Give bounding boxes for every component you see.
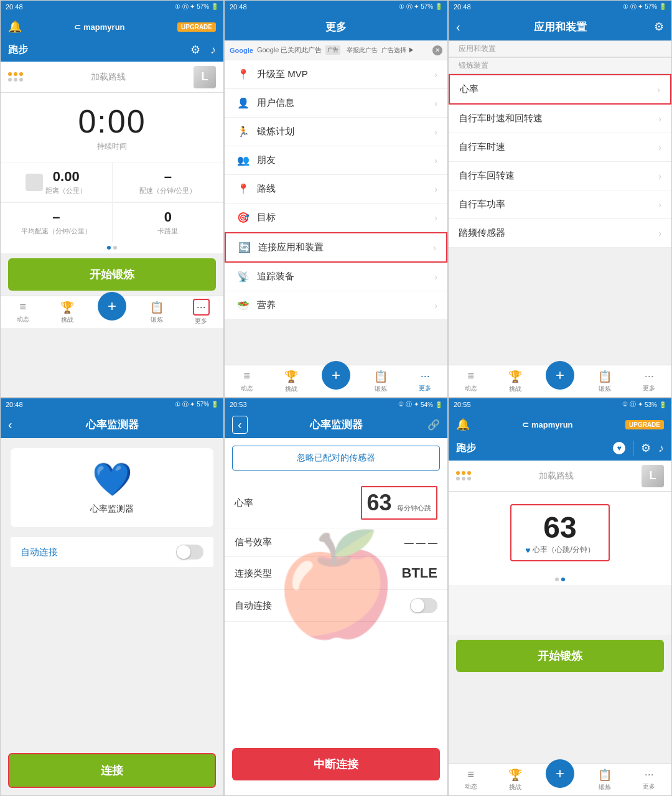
auto-connect-toggle-1[interactable] [176, 545, 203, 560]
back-button-3[interactable]: ‹ [456, 20, 460, 34]
menu-training[interactable]: 🏃 锻炼计划 › [225, 118, 447, 146]
heart-rate-label: 心率 [460, 83, 657, 95]
back-button-4[interactable]: ‹ [8, 418, 12, 432]
nav-workout-6[interactable]: 📋 锻炼 [582, 768, 627, 792]
heart-rate-nav-icon[interactable]: ♥ [613, 442, 625, 454]
route-dots [8, 72, 23, 82]
menu-user-info[interactable]: 👤 用户信息 › [225, 89, 447, 118]
add-icon-circle-6[interactable]: + [546, 759, 574, 788]
setting-bike-cadence[interactable]: 自行车回转速 › [449, 162, 671, 190]
hr-device-card: 💙 心率监测器 [11, 448, 213, 527]
ad-select[interactable]: 广告选择 ▶ [381, 46, 414, 55]
calories-value: 0 [118, 209, 219, 225]
p6-subheader: 跑步 ♥ ⚙ ♪ [449, 438, 671, 461]
route-label: 加载路线 [91, 72, 126, 83]
nav-challenge-1[interactable]: 🏆 挑战 [45, 301, 90, 324]
gear-icon-6[interactable]: ⚙ [641, 441, 651, 455]
ad-report[interactable]: 举报此广告 [347, 46, 378, 55]
setting-bike-power[interactable]: 自行车功率 › [449, 190, 671, 219]
nav-feed-3[interactable]: ≡ 动态 [449, 370, 493, 393]
menu-friends[interactable]: 👥 朋友 › [225, 146, 447, 175]
feed-label-6: 动态 [465, 782, 477, 791]
gear-icon[interactable]: ⚙ [190, 43, 200, 57]
hr-monitor-title-2: 心率监测器 [310, 418, 363, 432]
ad-text: Google 已关闭此广告 [257, 45, 322, 55]
disconnect-button[interactable]: 中断连接 [232, 748, 440, 780]
nav-workout-1[interactable]: 📋 锻炼 [134, 301, 179, 324]
google-logo: Google [230, 47, 253, 54]
start-workout-button-6[interactable]: 开始锻炼 [456, 640, 664, 672]
nav-add-2[interactable]: + [314, 373, 358, 390]
menu-goals[interactable]: 🎯 目标 › [225, 204, 447, 232]
run-tab-label-6[interactable]: 跑步 [456, 442, 476, 455]
goals-icon: 🎯 [235, 212, 252, 223]
signal-value: — — — [404, 537, 437, 548]
add-icon-circle[interactable]: + [98, 292, 126, 321]
menu-friends-text: 朋友 [257, 154, 434, 166]
trophy-icon: 🏆 [60, 301, 74, 314]
nav-workout-3[interactable]: 📋 锻炼 [582, 370, 627, 393]
hr-display-section: 63 ♥ 心率（心跳/分钟） [449, 492, 671, 574]
nav-challenge-6[interactable]: 🏆 挑战 [493, 768, 538, 792]
dot-1 [107, 246, 111, 250]
gear-icon-3[interactable]: ⚙ [654, 20, 664, 34]
header-right: ⚙ [654, 20, 664, 34]
menu-tracking[interactable]: 📡 追踪装备 › [225, 263, 447, 291]
menu-upgrade[interactable]: 📍 升级至 MVP › [225, 60, 447, 89]
nav-add-1[interactable]: + [90, 304, 134, 321]
bell-icon-6[interactable]: 🔔 [456, 418, 470, 431]
nav-feed-2[interactable]: ≡ 动态 [225, 370, 269, 393]
route-bar-6[interactable]: 加载路线 L [449, 461, 671, 492]
menu-routes[interactable]: 📍 路线 › [225, 175, 447, 204]
avg-pace-value: – [6, 209, 107, 225]
setting-heart-rate[interactable]: 心率 › [449, 74, 671, 105]
menu-connect-apps[interactable]: 🔄 连接应用和装置 › [225, 232, 447, 263]
nav-workout-2[interactable]: 📋 锻炼 [358, 370, 403, 393]
music-icon-6[interactable]: ♪ [658, 442, 664, 455]
nav-feed-1[interactable]: ≡ 动态 [1, 301, 45, 324]
nav-more-6[interactable]: ··· 更多 [627, 768, 671, 791]
auto-connect-label-2: 自动连接 [235, 600, 272, 612]
nav-add-3[interactable]: + [538, 373, 582, 390]
setting-bike-speed[interactable]: 自行车时速 › [449, 133, 671, 162]
back-button-5[interactable]: ‹ [232, 416, 248, 434]
run-tab-label[interactable]: 跑步 [8, 44, 28, 57]
add-icon-circle-3[interactable]: + [546, 361, 574, 390]
upgrade-badge[interactable]: UPGRADE [177, 22, 216, 32]
connect-button[interactable]: 连接 [8, 753, 216, 788]
feed-icon-2: ≡ [244, 370, 251, 383]
more-box-highlight: ··· [193, 299, 210, 316]
add-icon-circle-2[interactable]: + [322, 361, 350, 390]
route-bar[interactable]: 加载路线 L [1, 62, 223, 93]
distance-value: 0.00 [45, 169, 86, 185]
music-icon[interactable]: ♪ [210, 44, 216, 57]
more-icon-3: ··· [645, 370, 654, 383]
timer-section: 0:00 持续时间 [1, 93, 223, 162]
ignore-sensors-button[interactable]: 忽略已配对的传感器 [232, 446, 440, 471]
nav-more-2[interactable]: ··· 更多 [403, 370, 447, 393]
tracking-icon: 📡 [235, 271, 252, 283]
nav-challenge-2[interactable]: 🏆 挑战 [269, 370, 314, 393]
start-workout-button[interactable]: 开始锻炼 [8, 258, 216, 291]
pace-metric: – 配速（分钟/公里） [113, 162, 224, 202]
upgrade-icon: 📍 [235, 68, 252, 80]
upgrade-badge-6[interactable]: UPGRADE [625, 420, 664, 429]
nav-add-6[interactable]: + [538, 772, 582, 788]
chevron-right-icon-3: › [434, 127, 437, 137]
hr-monitor-header-2: ‹ 心率监测器 🔗 [225, 411, 447, 438]
menu-nutrition[interactable]: 🥗 营养 › [225, 291, 447, 320]
time-1: 20:48 [6, 3, 23, 11]
nav-more-3[interactable]: ··· 更多 [627, 370, 671, 393]
auto-connect-toggle-2[interactable] [410, 598, 437, 613]
link-icon[interactable]: 🔗 [427, 419, 440, 431]
setting-cadence-sensor[interactable]: 踏频传感器 › [449, 219, 671, 248]
more-icon-6: ··· [645, 768, 654, 781]
nav-feed-6[interactable]: ≡ 动态 [449, 768, 493, 791]
nav-challenge-3[interactable]: 🏆 挑战 [493, 370, 538, 393]
ad-close-button[interactable]: ✕ [432, 45, 442, 55]
ua-logo: ⊂ mapmyrun [74, 22, 124, 32]
time-5: 20:53 [230, 401, 247, 408]
bell-icon[interactable]: 🔔 [8, 20, 22, 34]
setting-bike-speed-cadence[interactable]: 自行车时速和回转速 › [449, 105, 671, 133]
nav-more-1[interactable]: ··· 更多 [179, 299, 223, 325]
